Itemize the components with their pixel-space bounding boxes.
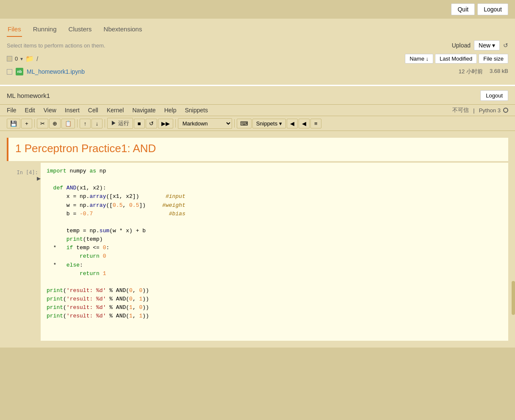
sort-name-button[interactable]: Name ↓ xyxy=(405,54,433,64)
scrollbar[interactable] xyxy=(512,281,515,315)
sort-buttons: Name ↓ Last Modified File size xyxy=(405,54,508,64)
breadcrumb: / xyxy=(36,56,38,62)
select-hint: Select items to perform actions on them. xyxy=(7,42,105,49)
kernel-separator: | xyxy=(473,107,474,114)
menu-cell[interactable]: Cell xyxy=(88,107,98,114)
quit-button[interactable]: Quit xyxy=(451,3,475,15)
back1-button[interactable]: ◀ xyxy=(287,119,298,128)
cut-button[interactable]: ✂ xyxy=(37,119,48,128)
list-button[interactable]: ≡ xyxy=(310,119,321,128)
menu-view[interactable]: View xyxy=(44,107,56,114)
toolbar-divider-2 xyxy=(77,119,78,128)
notebook-title: ML homework1 xyxy=(7,92,50,99)
back2-button[interactable]: ◀ xyxy=(299,119,310,128)
new-button[interactable]: New ▾ xyxy=(474,40,500,50)
file-row: nb ML_homework1.ipynb 12 小时前 3.68 kB xyxy=(0,65,515,78)
menu-help[interactable]: Help xyxy=(164,107,177,114)
toolbar-divider-4 xyxy=(175,119,176,128)
run-indicator[interactable]: ▶ xyxy=(37,175,41,181)
file-checkbox[interactable] xyxy=(7,69,12,75)
file-modified: 12 小时前 xyxy=(459,68,483,75)
restart-button[interactable]: ↺ xyxy=(146,119,157,128)
cell-label: In [4]: xyxy=(11,166,41,175)
cell-heading-text: 1 Perceptron Practice1: AND xyxy=(15,142,501,155)
paste-button[interactable]: 📋 xyxy=(61,119,75,128)
menu-edit[interactable]: Edit xyxy=(25,107,35,114)
save-button[interactable]: 💾 xyxy=(7,119,20,128)
menu-right: 不可信 | Python 3 xyxy=(452,106,508,114)
sort-modified-button[interactable]: Last Modified xyxy=(435,54,477,64)
file-browser-panel: Files Running Clusters Nbextensions Sele… xyxy=(0,19,515,86)
top-bar: Quit Logout xyxy=(0,0,515,19)
code-cell: In [4]: ▶ import numpy as np def AND(x1,… xyxy=(7,163,508,341)
notebook-toolbar: 💾 + ✂ ⊕ 📋 ↑ ↓ ▶ 运行 ■ ↺ ▶▶ Markdown Code … xyxy=(0,116,515,131)
heading-cell: 1 Perceptron Practice1: AND xyxy=(7,138,508,161)
folder-icon: 📁 xyxy=(25,55,34,63)
notebook-icon: nb xyxy=(16,68,23,75)
file-list-header: 0 ▾ 📁 / Name ↓ Last Modified File size xyxy=(0,52,515,65)
kernel-name: Python 3 xyxy=(479,107,501,114)
notebook-header: ML homework1 Logout xyxy=(0,86,515,105)
cell-type-select[interactable]: Markdown Code Raw NBConvert xyxy=(178,118,232,129)
toolbar-divider-3 xyxy=(105,119,105,128)
notebook-menu: File Edit View Insert Cell Kernel Naviga… xyxy=(0,105,515,116)
file-toolbar: Select items to perform actions on them.… xyxy=(0,37,515,52)
fast-forward-button[interactable]: ▶▶ xyxy=(158,119,173,128)
nav-tabs: Files Running Clusters Nbextensions xyxy=(0,19,515,37)
tab-clusters[interactable]: Clusters xyxy=(68,23,93,37)
keyboard-button[interactable]: ⌨ xyxy=(237,119,252,128)
file-meta: 12 小时前 3.68 kB xyxy=(459,68,508,75)
snippets-button[interactable]: Snippets ▾ xyxy=(252,119,286,128)
logout-button-notebook[interactable]: Logout xyxy=(480,90,508,101)
upload-button[interactable]: Upload xyxy=(452,42,471,49)
menu-kernel[interactable]: Kernel xyxy=(107,107,124,114)
tab-running[interactable]: Running xyxy=(32,23,58,37)
menu-file[interactable]: File xyxy=(7,107,17,114)
file-size: 3.68 kB xyxy=(490,68,508,75)
run-button[interactable]: ▶ 运行 xyxy=(107,118,133,129)
sort-size-button[interactable]: File size xyxy=(479,54,508,64)
notebook-content: 1 Perceptron Practice1: AND In [4]: ▶ im… xyxy=(0,131,515,348)
tab-nbextensions[interactable]: Nbextensions xyxy=(103,23,143,37)
menu-snippets[interactable]: Snippets xyxy=(185,107,208,114)
stop-button[interactable]: ■ xyxy=(134,119,145,128)
toolbar-divider-5 xyxy=(234,119,235,128)
code-area[interactable]: import numpy as np def AND(x1, x2): x = … xyxy=(41,163,508,341)
menu-navigate[interactable]: Navigate xyxy=(132,107,155,114)
file-toolbar-right: Upload New ▾ ↺ xyxy=(452,40,508,50)
toolbar-divider-1 xyxy=(34,119,35,128)
breadcrumb-area: 0 ▾ 📁 / xyxy=(7,55,401,63)
dropdown-button[interactable]: ▾ xyxy=(20,56,23,62)
add-cell-button[interactable]: + xyxy=(21,119,32,128)
file-name[interactable]: ML_homework1.ipynb xyxy=(27,68,455,75)
copy-button[interactable]: ⊕ xyxy=(49,119,61,128)
kernel-indicator: Python 3 xyxy=(479,107,508,114)
kernel-circle-icon xyxy=(503,108,508,113)
tab-files[interactable]: Files xyxy=(7,23,22,37)
logout-button-top[interactable]: Logout xyxy=(477,3,508,15)
notebook-panel: ML homework1 Logout File Edit View Inser… xyxy=(0,86,515,348)
refresh-icon[interactable]: ↺ xyxy=(503,42,508,49)
item-count: 0 xyxy=(15,56,18,62)
move-up-button[interactable]: ↑ xyxy=(80,119,91,128)
menu-insert[interactable]: Insert xyxy=(65,107,80,114)
move-down-button[interactable]: ↓ xyxy=(91,119,102,128)
select-all-checkbox[interactable] xyxy=(7,56,12,61)
kernel-trust-status: 不可信 xyxy=(452,106,469,114)
